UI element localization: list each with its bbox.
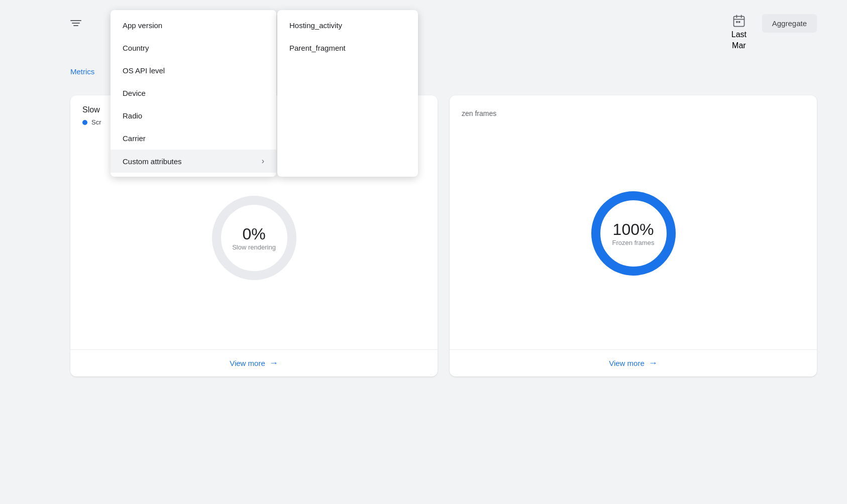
frozen-frames-center: 100% Frozen frames (612, 220, 655, 246)
slow-view-more-label: View more (230, 359, 265, 367)
slow-rendering-center: 0% Slow rendering (232, 225, 276, 251)
slow-view-more-link[interactable]: View more → (230, 358, 278, 368)
frozen-frames-chart-area: 100% Frozen frames (450, 117, 817, 349)
dropdown-item-hosting-activity[interactable]: Hosting_activity (277, 14, 418, 37)
calendar-icon (732, 14, 746, 28)
frozen-chart-label: Frozen frames (612, 239, 655, 246)
frozen-frames-donut: 100% Frozen frames (583, 183, 684, 284)
slow-rendering-footer: View more → (70, 349, 438, 376)
dropdown-item-app-version[interactable]: App version (111, 14, 276, 37)
dropdown-item-country[interactable]: Country (111, 37, 276, 59)
filter-icon[interactable] (70, 20, 81, 26)
svg-rect-5 (738, 21, 740, 23)
chevron-right-icon: › (262, 157, 264, 166)
date-sub-label: Mar (732, 41, 746, 50)
slow-arrow-right-icon: → (269, 358, 278, 368)
frozen-arrow-right-icon: → (649, 358, 658, 368)
dropdown-overlay: App version Country OS API level Device … (111, 10, 418, 177)
dropdown-primary: App version Country OS API level Device … (111, 10, 276, 177)
slow-rendering-donut: 0% Slow rendering (204, 188, 304, 288)
slow-percent: 0% (232, 225, 276, 243)
date-area: Last Mar (731, 14, 747, 50)
custom-attributes-label: Custom attributes (123, 157, 182, 166)
dropdown-item-carrier[interactable]: Carrier (111, 127, 276, 150)
dot-slow (82, 120, 87, 125)
frozen-percent: 100% (612, 220, 655, 239)
slow-chart-label: Slow rendering (232, 243, 276, 251)
dropdown-item-parent-fragment[interactable]: Parent_fragment (277, 37, 418, 59)
frozen-view-more-label: View more (609, 359, 645, 367)
card-header-frozen: zen frames (450, 95, 817, 117)
dropdown-item-custom-attributes[interactable]: Custom attributes › (111, 150, 276, 173)
frozen-label-top: zen frames (462, 109, 496, 117)
frozen-frames-footer: View more → (450, 349, 817, 376)
aggregate-button[interactable]: Aggregate (762, 14, 817, 33)
metrics-label: Metrics (70, 67, 94, 76)
frozen-frames-subtitle: zen frames (462, 109, 805, 117)
date-label: Last (731, 30, 747, 39)
dropdown-item-device[interactable]: Device (111, 82, 276, 104)
frozen-view-more-link[interactable]: View more → (609, 358, 658, 368)
svg-rect-4 (736, 21, 738, 23)
filter-icon-area[interactable] (70, 20, 81, 26)
subtitle-text-slow: Scr (91, 118, 101, 126)
dropdown-item-os-api-level[interactable]: OS API level (111, 59, 276, 82)
dropdown-item-radio[interactable]: Radio (111, 104, 276, 127)
frozen-frames-card: zen frames 100% Frozen frames View more (450, 95, 817, 376)
dropdown-secondary: Hosting_activity Parent_fragment (277, 10, 418, 177)
